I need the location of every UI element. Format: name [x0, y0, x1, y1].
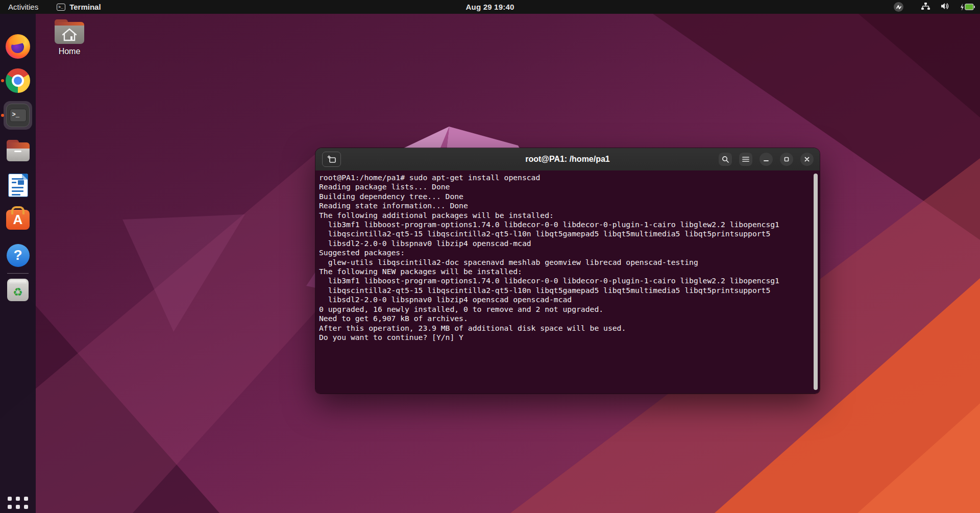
terminal-window: root@PA1: /home/pa1 — [315, 148, 820, 394]
dock-item-help[interactable]: ? — [4, 241, 32, 270]
terminal-line: libsdl2-2.0-0 libspnav0 libzip4 openscad… — [319, 295, 820, 304]
app-grid-icon — [8, 497, 28, 513]
minimize-icon — [763, 156, 769, 162]
dock-item-files[interactable] — [4, 136, 32, 165]
search-icon — [722, 156, 729, 163]
chrome-icon — [6, 68, 30, 93]
terminal-line: Building dependency tree... Done — [319, 192, 820, 201]
terminal-line: Reading state information... Done — [319, 201, 820, 210]
maximize-button[interactable] — [780, 153, 793, 166]
dock-divider — [7, 273, 29, 274]
terminal-app-icon: >_ — [57, 4, 65, 11]
terminal-icon: >_ — [6, 104, 30, 127]
new-tab-icon — [327, 155, 336, 163]
activities-button[interactable]: Activities — [8, 3, 38, 11]
show-applications-button[interactable] — [4, 493, 32, 513]
libreoffice-writer-icon — [8, 174, 28, 197]
terminal-line: root@PA1:/home/pa1# sudo apt-get install… — [319, 173, 820, 182]
maximize-icon — [783, 156, 790, 162]
terminal-line: The following NEW packages will be insta… — [319, 267, 820, 276]
terminal-output: root@PA1:/home/pa1# sudo apt-get install… — [319, 173, 820, 342]
house-glyph — [61, 28, 78, 42]
firefox-icon — [6, 34, 30, 59]
top-bar: Activities >_ Terminal Aug 29 19:40 — [0, 0, 980, 14]
terminal-line: The following additional packages will b… — [319, 211, 820, 220]
close-button[interactable] — [800, 153, 814, 166]
terminal-line: libsdl2-2.0-0 libspnav0 libzip4 openscad… — [319, 239, 820, 248]
terminal-scrollbar[interactable] — [814, 174, 818, 390]
running-indicator — [1, 114, 4, 117]
menu-button[interactable] — [739, 153, 752, 166]
terminal-line: glew-utils libqscintilla2-doc spacenavd … — [319, 258, 820, 267]
terminal-line: libqscintilla2-qt5-15 libqscintilla2-qt5… — [319, 286, 820, 295]
terminal-output-area[interactable]: root@PA1:/home/pa1# sudo apt-get install… — [315, 170, 820, 394]
terminal-line: Do you want to continue? [Y/n] Y — [319, 333, 820, 342]
dock-item-firefox[interactable] — [4, 32, 32, 61]
search-button[interactable] — [719, 153, 732, 166]
terminal-line: libqscintilla2-qt5-15 libqscintilla2-qt5… — [319, 229, 820, 238]
dock: >_ A ? ♻ — [0, 14, 36, 513]
new-tab-button[interactable] — [322, 152, 341, 167]
clock[interactable]: Aug 29 19:40 — [461, 0, 520, 14]
ubuntu-software-icon: A — [6, 210, 30, 230]
dock-item-libreoffice-writer[interactable] — [4, 171, 32, 200]
terminal-line: Suggested packages: — [319, 248, 820, 257]
terminal-line: 0 upgraded, 16 newly installed, 0 to rem… — [319, 305, 820, 314]
terminal-line: Need to get 6,907 kB of archives. — [319, 314, 820, 323]
files-icon — [7, 142, 30, 161]
help-icon: ? — [7, 244, 30, 267]
system-tray[interactable] — [894, 0, 980, 14]
running-indicator — [1, 79, 4, 82]
close-icon — [804, 156, 810, 162]
wired-network-icon — [921, 2, 930, 12]
dock-item-terminal[interactable]: >_ — [4, 101, 32, 130]
desktop-icon-label: Home — [51, 47, 88, 56]
window-titlebar[interactable]: root@PA1: /home/pa1 — [315, 148, 820, 170]
desktop-icon-home[interactable]: Home — [51, 19, 88, 56]
focused-app-name: Terminal — [69, 3, 101, 11]
hamburger-menu-icon — [742, 156, 749, 162]
battery-charging-icon — [960, 4, 975, 11]
home-folder-icon — [55, 19, 84, 44]
dock-item-ubuntu-software[interactable]: A — [4, 204, 32, 232]
terminal-line: After this operation, 23.9 MB of additio… — [319, 324, 820, 333]
terminal-line: Reading package lists... Done — [319, 182, 820, 191]
focused-app-menu[interactable]: >_ Terminal — [57, 3, 101, 11]
dock-item-chrome[interactable] — [4, 66, 32, 95]
notification-app-icon — [894, 2, 903, 12]
terminal-line: lib3mf1 libboost-program-options1.74.0 l… — [319, 276, 820, 285]
trash-icon: ♻ — [7, 279, 29, 301]
terminal-line: lib3mf1 libboost-program-options1.74.0 l… — [319, 220, 820, 229]
volume-icon — [941, 2, 950, 12]
minimize-button[interactable] — [760, 153, 773, 166]
dock-item-trash[interactable]: ♻ — [4, 276, 32, 304]
